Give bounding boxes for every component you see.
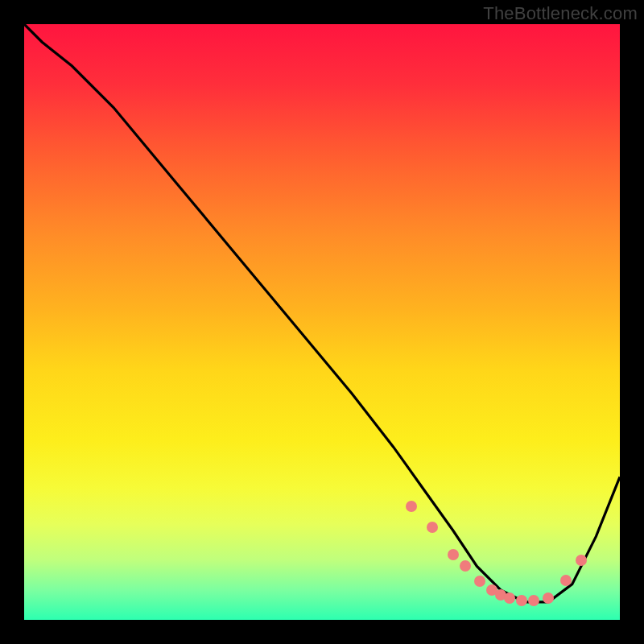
marker-dot [576, 555, 587, 566]
curve-svg [24, 24, 620, 620]
bottleneck-curve [24, 24, 620, 602]
watermark-text: TheBottleneck.com [483, 3, 638, 24]
chart-frame: TheBottleneck.com [0, 0, 644, 644]
marker-dot [528, 595, 539, 606]
marker-dot [460, 560, 471, 572]
marker-dot [474, 576, 485, 587]
marker-dot [448, 549, 459, 560]
plot-area [24, 24, 620, 620]
